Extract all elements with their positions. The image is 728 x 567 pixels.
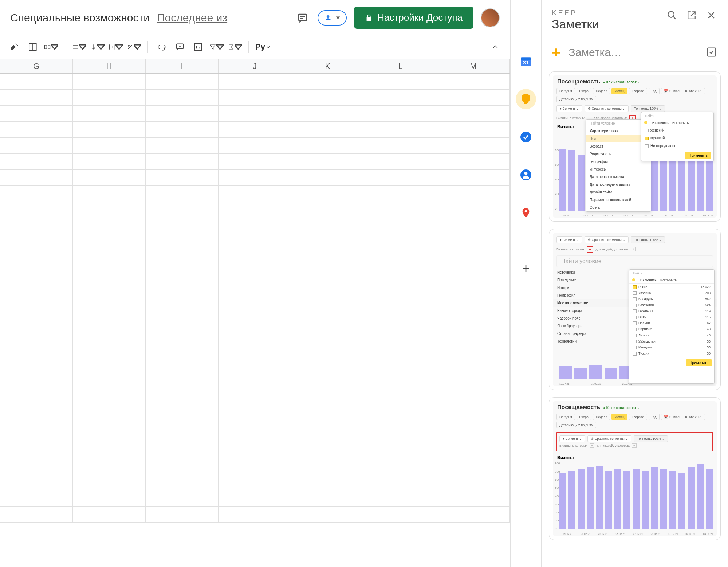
avatar[interactable] xyxy=(481,8,500,27)
plus-icon: + xyxy=(552,44,561,61)
keep-addon-icon[interactable] xyxy=(516,89,536,109)
svg-point-13 xyxy=(524,172,528,175)
language-mode-icon[interactable]: Ру xyxy=(255,40,270,54)
col-header[interactable]: L xyxy=(364,59,437,73)
contacts-addon-icon[interactable] xyxy=(516,165,536,185)
toolbar: Ру xyxy=(0,35,510,59)
svg-point-11 xyxy=(520,132,531,142)
col-header[interactable]: J xyxy=(219,59,291,73)
col-header[interactable]: H xyxy=(73,59,146,73)
svg-rect-0 xyxy=(299,14,307,21)
menu-history[interactable]: Последнее из xyxy=(157,12,227,24)
borders-icon[interactable] xyxy=(25,40,40,54)
note-card-3[interactable]: Посещаемость● Как использовать Сегодня В… xyxy=(549,397,721,540)
svg-text:31: 31 xyxy=(523,59,529,66)
search-icon[interactable] xyxy=(665,9,678,22)
comment-history-icon[interactable] xyxy=(295,10,310,26)
close-icon[interactable] xyxy=(705,9,718,22)
col-header[interactable]: M xyxy=(437,59,510,73)
insert-comment-icon[interactable] xyxy=(173,40,187,54)
insert-chart-icon[interactable] xyxy=(191,40,205,54)
menubar: Специальные возможности Последнее из Нас… xyxy=(0,0,510,35)
keep-brand: KEEP xyxy=(552,9,659,17)
insert-link-icon[interactable] xyxy=(154,40,169,54)
new-list-icon[interactable] xyxy=(706,47,718,58)
new-note-row[interactable]: + Заметка… xyxy=(542,37,728,68)
note-image-geography-filter: ▾ Сегмент ⌄ ⚙ Сравнить сегменты ⌄ Точнос… xyxy=(553,233,717,386)
note-card-1[interactable]: Посещаемость● Как использовать Сегодня В… xyxy=(549,71,721,222)
svg-rect-1 xyxy=(326,19,331,20)
share-button[interactable]: Настройки Доступа xyxy=(354,7,473,29)
filter-icon[interactable] xyxy=(209,40,224,54)
merge-cells-icon[interactable] xyxy=(44,40,58,54)
spreadsheet-grid[interactable]: G H I J K L M xyxy=(0,59,510,567)
svg-rect-16 xyxy=(708,48,716,56)
keep-header: KEEP Заметки xyxy=(542,0,728,37)
column-headers: G H I J K L M xyxy=(0,59,510,74)
collapse-toolbar-icon[interactable] xyxy=(488,40,503,54)
svg-rect-10 xyxy=(524,103,527,104)
notes-list[interactable]: Посещаемость● Как использовать Сегодня В… xyxy=(542,68,728,567)
col-header[interactable]: G xyxy=(0,59,73,73)
svg-rect-3 xyxy=(45,45,47,49)
share-button-label: Настройки Доступа xyxy=(377,12,463,23)
note-image-attendance-filter: Посещаемость● Как использовать Сегодня В… xyxy=(553,75,717,218)
keep-panel: KEEP Заметки + Заметка… Посещаемость● Ка… xyxy=(541,0,728,567)
svg-point-14 xyxy=(525,210,527,213)
svg-point-15 xyxy=(668,12,674,17)
open-in-new-icon[interactable] xyxy=(685,9,698,22)
tasks-addon-icon[interactable] xyxy=(516,127,536,147)
note-card-2[interactable]: ▾ Сегмент ⌄ ⚙ Сравнить сегменты ⌄ Точнос… xyxy=(549,229,721,390)
add-addon-icon[interactable]: + xyxy=(516,258,536,279)
text-rotation-icon[interactable] xyxy=(126,40,141,54)
note-image-attendance-overview: Посещаемость● Как использовать Сегодня В… xyxy=(553,401,717,536)
horizontal-align-icon[interactable] xyxy=(72,40,86,54)
col-header[interactable]: K xyxy=(291,59,364,73)
paint-format-icon[interactable] xyxy=(7,40,22,54)
functions-icon[interactable] xyxy=(227,40,242,54)
svg-rect-4 xyxy=(48,45,50,49)
keep-title: Заметки xyxy=(552,17,659,31)
col-header[interactable]: I xyxy=(146,59,219,73)
menu-accessibility[interactable]: Специальные возможности xyxy=(10,12,150,24)
present-dropdown[interactable] xyxy=(318,10,347,26)
maps-addon-icon[interactable] xyxy=(516,203,536,223)
vertical-align-icon[interactable] xyxy=(90,40,105,54)
text-wrap-icon[interactable] xyxy=(108,40,123,54)
sheets-main: Специальные возможности Последнее из Нас… xyxy=(0,0,510,567)
new-note-placeholder: Заметка… xyxy=(569,46,698,59)
calendar-addon-icon[interactable]: 31 xyxy=(516,51,536,71)
side-panel-rail: 31 + xyxy=(510,0,541,567)
